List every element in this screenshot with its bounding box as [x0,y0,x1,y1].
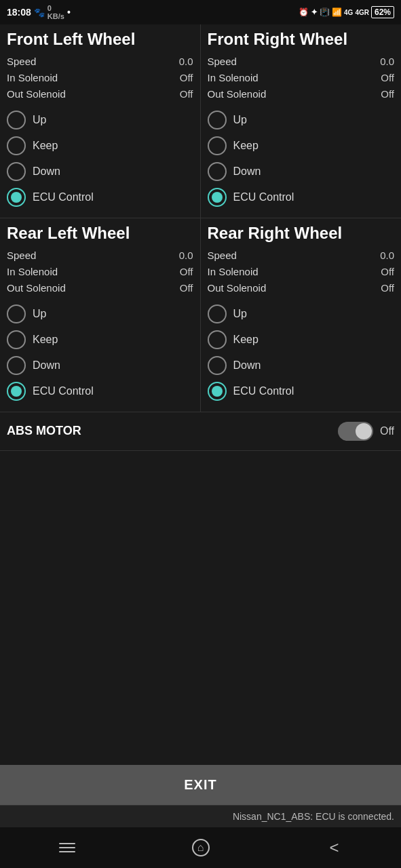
rear-left-in-sol-value: Off [180,264,193,280]
rear-right-speed-row: Speed 0.0 [208,248,395,264]
front-right-radio-up[interactable]: Up [208,108,395,132]
hamburger-icon [59,843,75,852]
rear-left-title: Rear Left Wheel [7,224,193,243]
abs-motor-toggle-knob [356,423,372,439]
rear-right-title: Rear Right Wheel [208,224,395,243]
front-right-radio-ecu[interactable]: ECU Control [208,185,395,210]
back-button[interactable]: < [314,833,355,863]
back-icon: < [329,838,339,857]
front-right-radio-ecu-label: ECU Control [233,191,294,203]
front-right-radio-keep-circle [208,136,227,155]
front-left-speed-label: Speed [7,54,36,70]
rear-right-radio-ecu[interactable]: ECU Control [208,379,395,403]
4gr-label: 4GR [355,9,369,16]
front-left-radio-ecu[interactable]: ECU Control [7,185,193,210]
vibrate-icon: 📳 [320,7,330,17]
bottom-nav: < [0,827,401,868]
rear-right-radio-group: Up Keep Down ECU Control [208,302,395,403]
rear-left-radio-ecu-circle [7,382,26,401]
network-icon: 0KB/s [47,4,64,20]
rear-left-radio-keep[interactable]: Keep [7,328,193,352]
bottom-wheels-grid: Rear Left Wheel Speed 0.0 In Solenoid Of… [0,218,401,412]
front-left-out-sol-value: Off [180,86,193,102]
front-right-radio-up-circle [208,111,227,130]
rear-left-radio-up-circle [7,304,26,323]
rear-left-in-sol-label: In Solenoid [7,264,58,280]
rear-left-speed-row: Speed 0.0 [7,248,193,264]
abs-motor-label: ABS MOTOR [7,424,330,438]
front-left-radio-group: Up Keep Down ECU Control [7,108,193,210]
front-left-stats: Speed 0.0 In Solenoid Off Out Solenoid O… [7,54,193,102]
rear-right-radio-keep-label: Keep [233,334,259,346]
front-right-radio-keep-label: Keep [233,140,259,152]
rear-right-out-sol-value: Off [381,280,394,296]
front-left-radio-keep-circle [7,136,26,155]
front-right-in-sol-label: In Solenoid [208,70,259,86]
front-right-out-sol-row: Out Solenoid Off [208,86,395,102]
front-right-radio-down[interactable]: Down [208,159,395,184]
rear-right-out-sol-label: Out Solenoid [208,280,267,296]
front-left-radio-down[interactable]: Down [7,159,193,184]
rear-left-radio-down[interactable]: Down [7,353,193,378]
status-left: 18:08 🐾 0KB/s • [7,4,71,20]
rear-left-out-sol-row: Out Solenoid Off [7,280,193,296]
rear-right-radio-up[interactable]: Up [208,302,395,326]
time: 18:08 [7,7,31,18]
rear-left-speed-label: Speed [7,248,36,264]
rear-right-radio-up-label: Up [233,308,247,320]
rear-right-radio-down[interactable]: Down [208,353,395,378]
rear-left-section: Rear Left Wheel Speed 0.0 In Solenoid Of… [0,218,201,412]
rear-right-out-sol-row: Out Solenoid Off [208,280,395,296]
front-left-radio-down-circle [7,162,26,181]
rear-left-out-sol-value: Off [180,280,193,296]
front-right-radio-down-circle [208,162,227,181]
battery-icon: 62% [371,6,394,18]
front-left-out-sol-label: Out Solenoid [7,86,66,102]
rear-left-radio-ecu[interactable]: ECU Control [7,379,193,403]
rear-left-stats: Speed 0.0 In Solenoid Off Out Solenoid O… [7,248,193,296]
abs-motor-toggle[interactable] [338,422,373,441]
rear-left-radio-up[interactable]: Up [7,302,193,326]
status-bar: 18:08 🐾 0KB/s • ⏰ ✦ 📳 📶 4G 4GR 62% [0,0,401,24]
rear-right-in-sol-label: In Solenoid [208,264,259,280]
status-right: ⏰ ✦ 📳 📶 4G 4GR 62% [299,6,394,18]
front-left-in-sol-row: In Solenoid Off [7,70,193,86]
home-icon [192,839,210,856]
rear-right-speed-label: Speed [208,248,237,264]
rear-right-radio-keep[interactable]: Keep [208,328,395,352]
front-right-radio-keep[interactable]: Keep [208,134,395,158]
rear-left-radio-ecu-label: ECU Control [33,385,94,397]
rear-left-radio-up-label: Up [33,308,46,320]
rear-right-in-sol-value: Off [381,264,394,280]
home-button[interactable] [180,833,221,863]
front-left-title: Front Left Wheel [7,30,193,50]
front-right-out-sol-value: Off [381,86,394,102]
signal-icon: 🐾 [34,7,45,18]
front-left-radio-up[interactable]: Up [7,108,193,132]
exit-button[interactable]: EXIT [0,765,401,805]
rear-right-radio-keep-circle [208,330,227,349]
rear-right-radio-down-label: Down [233,359,261,372]
alarm-icon: ⏰ [299,7,309,17]
front-right-speed-row: Speed 0.0 [208,54,395,70]
front-right-radio-group: Up Keep Down ECU Control [208,108,395,210]
front-right-stats: Speed 0.0 In Solenoid Off Out Solenoid O… [208,54,395,102]
front-right-title: Front Right Wheel [208,30,395,50]
front-right-speed-label: Speed [208,54,237,70]
front-left-radio-keep[interactable]: Keep [7,134,193,158]
front-left-out-sol-row: Out Solenoid Off [7,86,193,102]
front-left-radio-ecu-label: ECU Control [33,191,94,203]
front-right-out-sol-label: Out Solenoid [208,86,267,102]
front-left-radio-ecu-circle [7,188,26,207]
menu-button[interactable] [47,833,88,863]
rear-left-radio-keep-circle [7,330,26,349]
rear-left-radio-group: Up Keep Down ECU Control [7,302,193,403]
front-left-in-sol-label: In Solenoid [7,70,58,86]
rear-left-in-sol-row: In Solenoid Off [7,264,193,280]
front-left-radio-down-label: Down [33,165,60,178]
bluetooth-icon: ✦ [311,7,318,17]
front-left-section: Front Left Wheel Speed 0.0 In Solenoid O… [0,24,201,218]
rear-right-radio-ecu-circle [208,382,227,401]
rear-right-radio-down-circle [208,356,227,375]
front-right-speed-value: 0.0 [380,54,394,70]
